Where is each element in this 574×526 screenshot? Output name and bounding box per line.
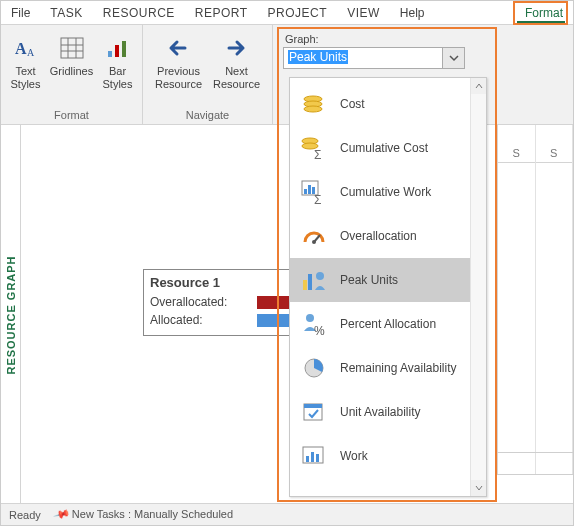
scroll-up-icon[interactable] (471, 78, 486, 94)
grid-line (497, 474, 573, 475)
format-group-label: Format (7, 105, 136, 124)
menu-task[interactable]: TASK (40, 3, 92, 22)
pin-icon: 📌 (52, 505, 71, 523)
dd-item-work[interactable]: Work (290, 434, 470, 478)
dd-item-cost[interactable]: Cost (290, 82, 470, 126)
scroll-down-icon[interactable] (471, 480, 486, 496)
next-resource-label: NextResource (213, 65, 260, 91)
text-styles-button[interactable]: AA TextStyles (4, 29, 48, 91)
legend-row-overallocated: Overallocated: (150, 293, 291, 311)
bar-styles-button[interactable]: BarStyles (96, 29, 140, 91)
status-bar: Ready 📌 New Tasks : Manually Scheduled (1, 503, 573, 525)
menu-view[interactable]: VIEW (337, 3, 390, 22)
svg-text:A: A (27, 47, 35, 58)
left-rail: RESOURCE GRAPH (1, 125, 21, 505)
dd-label: Percent Allocation (340, 317, 436, 331)
menu-resource[interactable]: RESOURCE (93, 3, 185, 22)
svg-rect-32 (306, 456, 309, 462)
legend-swatch-allocated (257, 314, 291, 327)
menu-project[interactable]: PROJECT (258, 3, 338, 22)
scroll-track[interactable] (471, 94, 486, 480)
coins-icon (300, 90, 328, 118)
svg-rect-30 (304, 404, 322, 408)
menu-bar: File TASK RESOURCE REPORT PROJECT VIEW H… (1, 1, 573, 25)
svg-rect-23 (303, 280, 307, 290)
person-percent-icon: % (300, 310, 328, 338)
grid-line (497, 452, 573, 453)
ribbon-group-format: AA TextStyles Gridlines BarStyles Format (1, 25, 143, 124)
coins-sigma-icon: Σ (300, 134, 328, 162)
dd-label: Cumulative Cost (340, 141, 428, 155)
gridlines-icon (60, 33, 84, 63)
menu-help[interactable]: Help (390, 3, 435, 22)
svg-rect-9 (122, 41, 126, 57)
status-new-tasks: 📌 New Tasks : Manually Scheduled (55, 508, 233, 521)
bar-styles-icon (106, 33, 130, 63)
svg-point-22 (312, 240, 316, 244)
left-rail-label: RESOURCE GRAPH (5, 255, 17, 374)
svg-rect-7 (108, 51, 112, 57)
calendar-check-icon (300, 398, 328, 426)
svg-rect-33 (311, 452, 314, 462)
menu-report[interactable]: REPORT (185, 3, 258, 22)
next-resource-button[interactable]: NextResource (209, 29, 265, 91)
dd-label: Unit Availability (340, 405, 420, 419)
svg-point-26 (306, 314, 314, 322)
legend-label: Overallocated: (150, 295, 227, 309)
menu-format[interactable]: Format (515, 3, 573, 22)
grid-col: S (498, 125, 536, 475)
svg-text:Σ: Σ (314, 193, 321, 205)
svg-rect-2 (61, 38, 83, 58)
grid-col: S (536, 125, 574, 475)
graph-dropdown: Cost Σ Cumulative Cost Σ Cumulative Work… (289, 77, 487, 497)
arrow-left-icon (165, 33, 193, 63)
svg-text:%: % (314, 324, 325, 337)
chart-icon (300, 442, 328, 470)
legend-swatch-overallocated (257, 296, 291, 309)
menu-file[interactable]: File (1, 3, 40, 22)
svg-rect-24 (308, 274, 312, 290)
dropdown-scrollbar[interactable] (470, 78, 486, 496)
legend-row-allocated: Allocated: (150, 311, 291, 329)
ribbon: AA TextStyles Gridlines BarStyles Format (1, 25, 573, 125)
text-styles-label: TextStyles (11, 65, 41, 91)
chevron-down-icon[interactable] (442, 48, 464, 68)
pie-slice-icon (300, 354, 328, 382)
status-ready: Ready (9, 509, 41, 521)
dd-item-overallocation[interactable]: Overallocation (290, 214, 470, 258)
legend-label: Allocated: (150, 313, 203, 327)
ribbon-group-navigate: PreviousResource NextResource Navigate (143, 25, 273, 124)
timeline-grid: S S (497, 125, 573, 475)
dd-item-peak-units[interactable]: Peak Units (290, 258, 470, 302)
svg-text:Σ: Σ (314, 148, 321, 161)
dd-item-unit-availability[interactable]: Unit Availability (290, 390, 470, 434)
dd-label: Peak Units (340, 273, 398, 287)
dd-label: Overallocation (340, 229, 417, 243)
legend-title: Resource 1 (150, 275, 291, 290)
arrow-right-icon (223, 33, 251, 63)
grid-header: S (498, 125, 535, 163)
svg-point-25 (316, 272, 324, 280)
dd-item-percent-allocation[interactable]: % Percent Allocation (290, 302, 470, 346)
bar-styles-label: BarStyles (103, 65, 133, 91)
dd-item-cumulative-work[interactable]: Σ Cumulative Work (290, 170, 470, 214)
person-bars-icon (300, 266, 328, 294)
svg-rect-17 (304, 189, 307, 194)
dropdown-list: Cost Σ Cumulative Cost Σ Cumulative Work… (290, 78, 470, 496)
dd-label: Remaining Availability (340, 361, 457, 375)
status-tasks-label: New Tasks : Manually Scheduled (72, 508, 233, 520)
graph-select-value: Peak Units (284, 48, 442, 68)
graph-select[interactable]: Peak Units (283, 47, 465, 69)
dd-item-remaining-availability[interactable]: Remaining Availability (290, 346, 470, 390)
dd-item-cumulative-cost[interactable]: Σ Cumulative Cost (290, 126, 470, 170)
chart-sigma-icon: Σ (300, 178, 328, 206)
gridlines-label: Gridlines (50, 65, 93, 78)
dd-label: Cumulative Work (340, 185, 431, 199)
previous-resource-button[interactable]: PreviousResource (151, 29, 207, 91)
svg-rect-18 (308, 185, 311, 194)
svg-rect-34 (316, 454, 319, 462)
navigate-group-label: Navigate (149, 105, 266, 124)
resource-legend: Resource 1 Overallocated: Allocated: (143, 269, 298, 336)
gridlines-button[interactable]: Gridlines (50, 29, 94, 78)
gauge-icon (300, 222, 328, 250)
